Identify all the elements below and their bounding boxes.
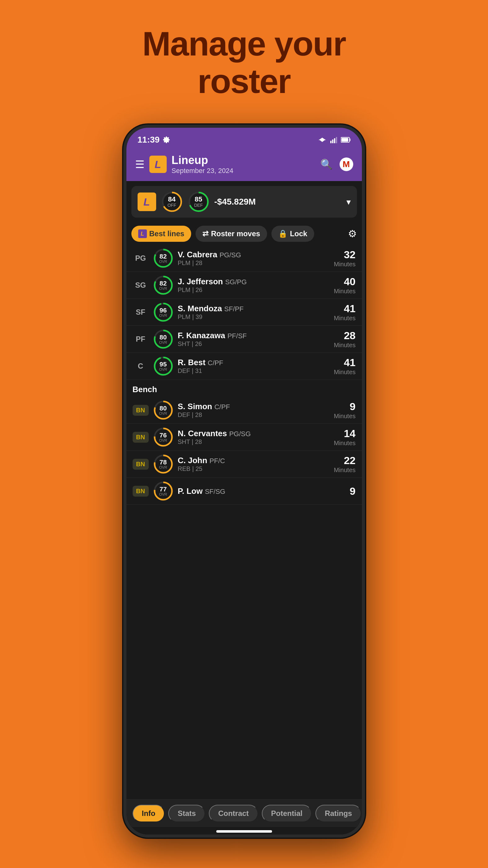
player-detail: PLM | 28 (178, 259, 330, 267)
player-name: P. Low SF/SG (178, 486, 346, 496)
ovr-circle: 82 OVR (153, 248, 173, 269)
position-badge: C (133, 362, 149, 370)
player-info: R. Best C/PF DEF | 31 (178, 358, 330, 374)
player-name: N. Cervantes PG/SG (178, 429, 330, 438)
player-info: C. John PF/C REB | 25 (178, 456, 330, 472)
player-detail: REB | 25 (178, 465, 330, 472)
bench-row[interactable]: BN 80 OVR S. Simon C/PF DEF | 28 9 Minut… (126, 397, 362, 424)
player-minutes: 9 (350, 485, 356, 497)
bench-row[interactable]: BN 76 OVR N. Cervantes PG/SG SHT | 28 14… (126, 424, 362, 451)
player-detail: PLM | 26 (178, 286, 330, 293)
player-name: F. Kanazawa PF/SF (178, 331, 330, 340)
ovr-circle: 82 OVR (153, 275, 173, 296)
team-stats-bar: L 84 OFF 85 DEF (131, 186, 357, 218)
status-time: 11:39 (137, 135, 170, 145)
settings-icon (163, 136, 170, 144)
position-badge: SG (133, 281, 149, 289)
svg-rect-5 (336, 137, 337, 143)
roster-moves-button[interactable]: ⇄ Roster moves (196, 226, 267, 242)
tab-contract[interactable]: Contract (209, 805, 258, 822)
dropdown-arrow[interactable]: ▾ (347, 197, 351, 207)
svg-rect-4 (334, 138, 335, 143)
bench-heading: Bench (126, 380, 362, 397)
player-detail: SHT | 26 (178, 340, 330, 347)
tab-ratings[interactable]: Ratings (316, 805, 361, 822)
user-avatar[interactable]: M (339, 157, 353, 171)
team-money: -$45.829M (215, 197, 341, 207)
player-minutes: 9 Minutes (334, 401, 355, 420)
player-minutes: 32 Minutes (334, 249, 355, 268)
signal-icon (330, 136, 337, 143)
player-minutes: 22 Minutes (334, 455, 355, 474)
page-headline: Manage your roster (142, 25, 346, 100)
starter-row[interactable]: C 95 OVR R. Best C/PF DEF | 31 41 Minute… (126, 353, 362, 380)
starter-row[interactable]: SF 96 OVR S. Mendoza SF/PF PLM | 39 41 M… (126, 299, 362, 326)
position-badge: PF (133, 335, 149, 343)
player-minutes: 28 Minutes (334, 330, 355, 349)
team-logo: L (149, 156, 167, 173)
lock-button[interactable]: 🔒 Lock (271, 226, 314, 242)
app-header: ☰ L Lineup September 23, 2024 🔍 M (126, 149, 362, 181)
player-list: PG 82 OVR V. Cabrera PG/SG PLM | 28 32 M… (126, 245, 362, 800)
starter-row[interactable]: PG 82 OVR V. Cabrera PG/SG PLM | 28 32 M… (126, 245, 362, 272)
defense-rating-circle: 85 DEF (188, 191, 209, 213)
ovr-circle: 77 OVR (153, 481, 173, 501)
player-info: S. Simon C/PF DEF | 28 (178, 402, 330, 418)
home-indicator (216, 830, 272, 833)
search-icon[interactable]: 🔍 (320, 158, 333, 170)
swap-icon: ⇄ (202, 229, 208, 238)
player-name: R. Best C/PF (178, 358, 330, 367)
player-minutes: 40 Minutes (334, 276, 355, 295)
header-title: Lineup (172, 154, 316, 167)
player-name: S. Mendoza SF/PF (178, 304, 330, 313)
bench-row[interactable]: BN 78 OVR C. John PF/C REB | 25 22 Minut… (126, 451, 362, 478)
player-detail: DEF | 31 (178, 367, 330, 374)
battery-icon (341, 137, 351, 143)
tab-stats[interactable]: Stats (168, 805, 205, 822)
tab-info[interactable]: Info (133, 805, 165, 822)
player-detail: DEF | 28 (178, 411, 330, 418)
player-minutes: 14 Minutes (334, 428, 355, 447)
position-badge: SF (133, 308, 149, 316)
player-name: V. Cabrera PG/SG (178, 250, 330, 259)
lock-icon: 🔒 (278, 229, 288, 238)
svg-marker-1 (319, 137, 326, 142)
player-detail: PLM | 39 (178, 313, 330, 320)
ovr-circle: 95 OVR (153, 356, 173, 376)
player-name: J. Jefferson SG/PG (178, 277, 330, 286)
bench-badge: BN (133, 405, 149, 416)
team-logo-small: L (137, 192, 156, 211)
player-info: J. Jefferson SG/PG PLM | 26 (178, 277, 330, 293)
svg-rect-3 (332, 140, 333, 143)
bottom-tab-bar: InfoStatsContractPotentialRatings (126, 800, 362, 827)
svg-rect-2 (330, 141, 331, 143)
menu-button[interactable]: ☰ (135, 158, 144, 170)
player-info: V. Cabrera PG/SG PLM | 28 (178, 250, 330, 267)
phone-frame: 11:39 ☰ L Lineup September 23, 2024 🔍 M … (123, 125, 365, 838)
ovr-circle: 78 OVR (153, 454, 173, 474)
settings-button[interactable]: ⚙ (348, 228, 357, 240)
svg-rect-7 (350, 138, 351, 141)
player-name: S. Simon C/PF (178, 402, 330, 411)
offense-rating-circle: 84 OFF (161, 191, 183, 213)
player-info: F. Kanazawa PF/SF SHT | 26 (178, 331, 330, 347)
ovr-circle: 76 OVR (153, 427, 173, 447)
header-title-group: Lineup September 23, 2024 (172, 154, 316, 175)
player-info: P. Low SF/SG (178, 486, 346, 496)
player-name: C. John PF/C (178, 456, 330, 465)
header-subtitle: September 23, 2024 (172, 167, 316, 175)
tab-potential[interactable]: Potential (262, 805, 312, 822)
starter-row[interactable]: PF 80 OVR F. Kanazawa PF/SF SHT | 26 28 … (126, 326, 362, 353)
player-minutes: 41 Minutes (334, 356, 355, 376)
best-lines-logo: L (138, 229, 147, 238)
player-minutes: 41 Minutes (334, 303, 355, 322)
starter-row[interactable]: SG 82 OVR J. Jefferson SG/PG PLM | 26 40… (126, 272, 362, 299)
main-content: L 84 OFF 85 DEF (126, 181, 362, 835)
bench-row[interactable]: BN 77 OVR P. Low SF/SG 9 (126, 478, 362, 505)
bench-badge: BN (133, 459, 149, 470)
player-detail: SHT | 28 (178, 438, 330, 445)
status-icons (318, 136, 351, 143)
header-actions: 🔍 M (320, 157, 353, 171)
wifi-icon (318, 136, 327, 143)
best-lines-button[interactable]: L Best lines (131, 226, 191, 242)
